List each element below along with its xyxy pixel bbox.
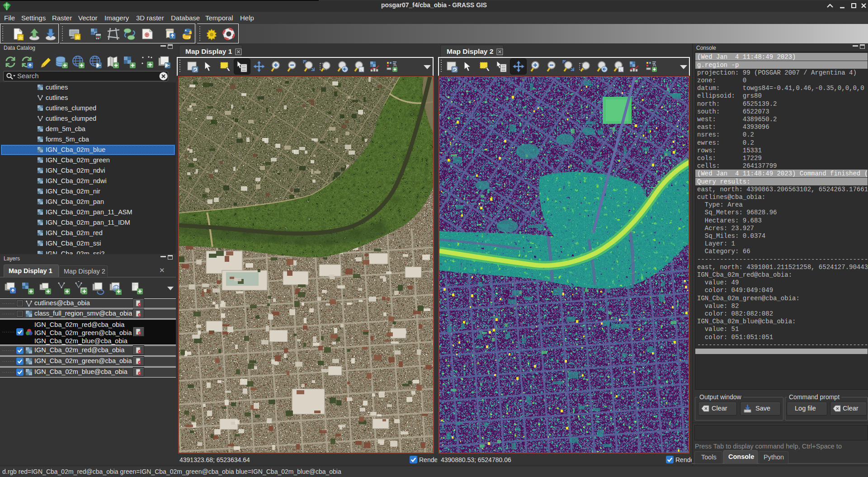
svg-text:A: A (653, 62, 656, 67)
svg-text:A: A (393, 62, 397, 67)
